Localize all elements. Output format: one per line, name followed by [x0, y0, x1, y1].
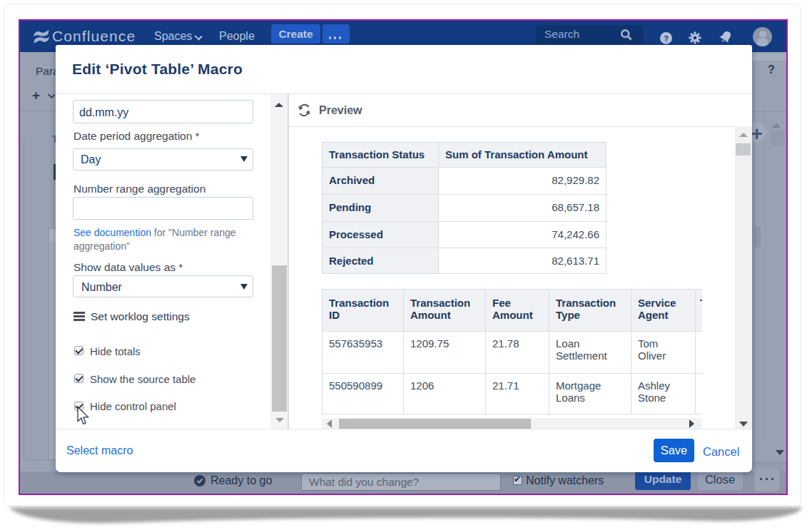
svg-text:?: ? [664, 34, 669, 43]
